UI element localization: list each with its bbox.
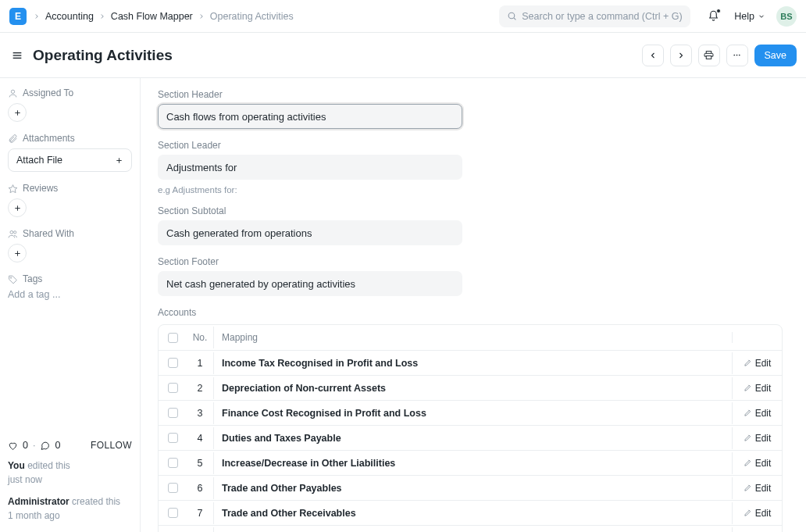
paperclip-icon — [8, 134, 18, 144]
edit-row-button[interactable]: Edit — [732, 502, 782, 524]
breadcrumb: Accounting Cash Flow Mapper Operating Ac… — [33, 11, 294, 22]
search-input[interactable]: Search or type a command (Ctrl + G) — [499, 5, 690, 27]
reviews-label: Reviews — [8, 183, 132, 194]
row-checkbox[interactable] — [168, 358, 178, 368]
accounts-table: No. Mapping 1Income Tax Recognised in Pr… — [158, 324, 783, 532]
printer-icon — [704, 50, 714, 60]
select-all-checkbox[interactable] — [168, 333, 178, 343]
edit-row-button[interactable]: Edit — [732, 477, 782, 499]
edit-row-button[interactable]: Edit — [732, 377, 782, 399]
add-review-button[interactable] — [8, 198, 27, 217]
table-row[interactable]: 1Income Tax Recognised in Profit and Los… — [159, 350, 782, 375]
chevron-down-icon — [758, 12, 765, 20]
col-mapping: Mapping — [213, 327, 732, 348]
edit-row-button[interactable]: Edit — [732, 527, 782, 533]
section-leader-label: Section Leader — [158, 140, 462, 151]
row-mapping: Trade and Other Payables — [213, 477, 732, 499]
edit-icon — [744, 459, 752, 467]
plus-icon — [13, 109, 22, 117]
section-subtotal-label: Section Subtotal — [158, 205, 462, 216]
table-row[interactable]: 5Increase/Decrease in Other LiabilitiesE… — [159, 450, 782, 475]
row-checkbox[interactable] — [168, 483, 178, 493]
edit-row-button[interactable]: Edit — [732, 452, 782, 474]
attachments-label: Attachments — [8, 133, 132, 144]
assigned-to-label: Assigned To — [8, 87, 132, 98]
notifications-button[interactable] — [703, 6, 723, 27]
row-mapping: Trade and Other Receivables — [213, 502, 732, 524]
table-row[interactable]: 7Trade and Other ReceivablesEdit — [159, 500, 782, 525]
row-checkbox[interactable] — [168, 408, 178, 418]
tags-label: Tags — [8, 273, 132, 284]
app-logo[interactable]: E — [9, 8, 27, 25]
section-footer-input[interactable] — [158, 271, 462, 296]
chevron-right-icon — [98, 12, 106, 20]
row-no: 6 — [187, 477, 213, 499]
row-mapping: Increase/Decrease in Inventory — [213, 527, 732, 533]
svg-point-9 — [739, 55, 740, 56]
chevron-right-icon — [676, 51, 686, 60]
svg-point-0 — [508, 12, 515, 19]
like-count[interactable]: 0 — [23, 440, 28, 451]
row-no: 4 — [187, 427, 213, 449]
table-row[interactable]: 3Finance Cost Recognised in Profit and L… — [159, 400, 782, 425]
row-checkbox[interactable] — [168, 383, 178, 393]
tag-input[interactable]: Add a tag ... — [8, 289, 132, 300]
edit-icon — [744, 409, 752, 417]
row-no: 7 — [187, 502, 213, 524]
comment-count[interactable]: 0 — [55, 440, 60, 451]
table-row[interactable]: 2Depreciation of Non-current AssetsEdit — [159, 375, 782, 400]
edit-row-button[interactable]: Edit — [732, 427, 782, 449]
row-mapping: Income Tax Recognised in Profit and Loss — [213, 352, 732, 374]
row-mapping: Depreciation of Non-current Assets — [213, 377, 732, 399]
follow-button[interactable]: FOLLOW — [91, 440, 132, 451]
more-button[interactable] — [726, 45, 748, 66]
attach-file-button[interactable]: Attach File — [8, 148, 132, 172]
svg-rect-6 — [706, 56, 711, 59]
section-header-label: Section Header — [158, 89, 462, 100]
plus-icon — [115, 156, 123, 165]
print-button[interactable] — [698, 45, 720, 66]
row-checkbox[interactable] — [168, 458, 178, 468]
breadcrumb-link[interactable]: Accounting — [45, 11, 94, 22]
table-row[interactable]: 4Duties and Taxes PayableEdit — [159, 425, 782, 450]
assign-button[interactable] — [8, 103, 27, 122]
table-header: No. Mapping — [159, 325, 782, 350]
topnav: E Accounting Cash Flow Mapper Operating … — [0, 0, 806, 33]
breadcrumb-link[interactable]: Cash Flow Mapper — [111, 11, 193, 22]
search-placeholder: Search or type a command (Ctrl + G) — [522, 11, 682, 22]
dots-icon — [732, 50, 742, 60]
svg-point-8 — [736, 55, 738, 56]
star-icon — [8, 184, 18, 194]
activity-log-entry: Administrator created this 1 month ago — [8, 495, 132, 523]
sidebar-toggle[interactable] — [9, 48, 25, 63]
section-subtotal-input[interactable] — [158, 220, 462, 245]
svg-rect-5 — [706, 52, 711, 54]
plus-icon — [13, 204, 22, 212]
search-icon — [507, 11, 517, 21]
section-header-input[interactable] — [158, 104, 462, 129]
avatar[interactable]: BS — [776, 6, 797, 27]
svg-point-7 — [733, 55, 735, 56]
edit-icon — [744, 434, 752, 442]
chevron-right-icon — [33, 12, 41, 20]
edit-row-button[interactable]: Edit — [732, 402, 782, 424]
svg-line-1 — [514, 18, 515, 20]
edit-row-button[interactable]: Edit — [732, 352, 782, 374]
section-footer-label: Section Footer — [158, 256, 462, 267]
comment-icon — [40, 441, 50, 451]
save-button[interactable]: Save — [754, 45, 797, 66]
help-menu[interactable]: Help — [734, 11, 765, 22]
next-button[interactable] — [670, 45, 692, 66]
row-checkbox[interactable] — [168, 433, 178, 443]
tag-icon — [8, 274, 18, 284]
row-mapping: Duties and Taxes Payable — [213, 427, 732, 449]
table-row[interactable]: 8Increase/Decrease in InventoryEdit — [159, 525, 782, 532]
section-leader-hint: e.g Adjustments for: — [158, 185, 462, 195]
section-leader-input[interactable] — [158, 155, 462, 180]
prev-button[interactable] — [642, 45, 664, 66]
breadcrumb-current: Operating Activities — [210, 11, 294, 22]
share-button[interactable] — [8, 244, 27, 262]
table-row[interactable]: 6Trade and Other PayablesEdit — [159, 475, 782, 500]
row-no: 2 — [187, 377, 213, 399]
row-checkbox[interactable] — [168, 508, 178, 518]
